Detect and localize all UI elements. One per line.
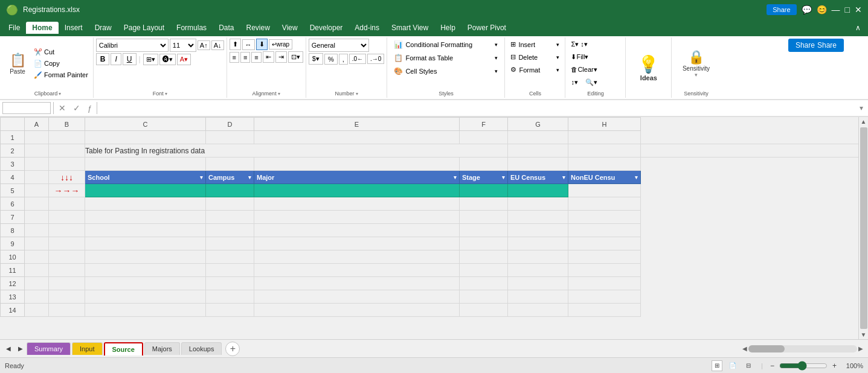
cell-styles-btn[interactable]: 🎨 Cell Styles ▾	[391, 65, 501, 77]
col-header-f[interactable]: F	[460, 118, 508, 131]
font-size-select[interactable]: 11	[170, 39, 196, 52]
wrap-text-btn[interactable]: ↵wrap	[269, 39, 293, 49]
italic-button[interactable]: I	[111, 53, 121, 65]
row-num[interactable]: 7	[1, 211, 25, 224]
row-num[interactable]: 11	[1, 264, 25, 277]
cell-e1[interactable]	[254, 131, 460, 144]
increase-decimal-btn[interactable]: .→0	[367, 54, 384, 64]
add-sheet-button[interactable]: +	[225, 342, 240, 356]
row-num[interactable]: 12	[1, 277, 25, 290]
cut-button[interactable]: ✂️ Cut	[31, 47, 91, 57]
maximize-icon[interactable]: □	[845, 5, 850, 14]
decrease-font-btn[interactable]: A↓	[211, 40, 224, 50]
cell-h1[interactable]	[568, 131, 641, 144]
formula-confirm-btn[interactable]: ✓	[71, 103, 83, 113]
menu-item-help[interactable]: Help	[434, 22, 461, 34]
cell-c1[interactable]	[85, 131, 206, 144]
zoom-slider[interactable]	[779, 361, 828, 371]
sheet-tab-input[interactable]: Input	[72, 342, 102, 355]
ribbon-collapse-btn[interactable]: ∧	[850, 22, 866, 34]
row-num[interactable]: 8	[1, 224, 25, 237]
formula-cancel-btn[interactable]: ✕	[56, 103, 68, 113]
cell-c3[interactable]	[85, 158, 206, 171]
formula-fn-btn[interactable]: ƒ	[85, 104, 94, 113]
decrease-indent-btn[interactable]: ⇤	[263, 51, 274, 63]
row-num[interactable]: 3	[1, 158, 25, 171]
cell-c2[interactable]: Table for Pasting In registrations data	[85, 144, 508, 158]
cell-e5-data[interactable]	[254, 184, 460, 197]
sheet-tab-lookups[interactable]: Lookups	[181, 342, 222, 355]
cell-d5-data[interactable]	[206, 184, 254, 197]
close-icon[interactable]: ✕	[855, 5, 862, 14]
col-header-a[interactable]: A	[25, 118, 49, 131]
cell-f2[interactable]	[508, 144, 568, 158]
cell-a1[interactable]	[25, 131, 49, 144]
align-right-btn[interactable]: ≡	[251, 52, 261, 63]
row-num[interactable]: 4	[1, 171, 25, 184]
menu-item-view[interactable]: View	[276, 22, 304, 34]
col-header-c[interactable]: C	[85, 118, 206, 131]
page-break-view-btn[interactable]: ⊟	[743, 360, 754, 371]
cell-reference-input[interactable]: E17	[2, 102, 51, 114]
align-top-btn[interactable]: ⬆	[230, 39, 241, 50]
cell-b5[interactable]: →→→	[49, 184, 85, 197]
cell-b4[interactable]: ↓↓↓	[49, 171, 85, 184]
menu-item-draw[interactable]: Draw	[89, 22, 118, 34]
row-num[interactable]: 6	[1, 197, 25, 211]
row-num[interactable]: 14	[1, 304, 25, 317]
col-header-g[interactable]: G	[508, 118, 568, 131]
minimize-icon[interactable]: —	[832, 5, 840, 14]
menu-item-smartview[interactable]: Smart View	[385, 22, 434, 34]
cell-f5-data[interactable]	[460, 184, 508, 197]
share-button[interactable]: Share	[767, 4, 796, 15]
increase-indent-btn[interactable]: ⇥	[275, 51, 287, 63]
menu-item-powerpivot[interactable]: Power Pivot	[461, 22, 512, 34]
format-painter-button[interactable]: 🖌️ Format Painter	[31, 70, 91, 80]
cell-d3[interactable]	[206, 158, 254, 171]
zoom-out-btn[interactable]: −	[770, 362, 774, 370]
formula-expand-btn[interactable]: ▾	[857, 104, 866, 112]
cell-f1[interactable]	[460, 131, 508, 144]
cell-g2[interactable]	[568, 144, 641, 158]
cell-f3[interactable]	[460, 158, 508, 171]
font-color-button[interactable]: A▾	[177, 54, 191, 65]
autosum-btn[interactable]: Σ▾ ↕▾	[568, 39, 623, 50]
font-name-select[interactable]: Calibri	[96, 39, 169, 52]
cell-e4-header[interactable]: Major ▾	[254, 171, 460, 184]
comma-btn[interactable]: ,	[339, 54, 348, 65]
cell-a6[interactable]	[25, 197, 49, 211]
cell-c4-header[interactable]: School ▾	[85, 171, 206, 184]
cell-a5[interactable]	[25, 184, 49, 197]
vertical-scrollbar[interactable]: ▲ ▼	[858, 117, 868, 339]
cell-b1[interactable]	[49, 131, 85, 144]
align-middle-btn[interactable]: ↔	[242, 39, 255, 50]
cell-c5-data[interactable]	[85, 184, 206, 197]
cell-g3[interactable]	[508, 158, 568, 171]
merge-cells-btn[interactable]: ⊡▾	[288, 51, 303, 63]
paste-button[interactable]: 📋 Paste	[5, 51, 30, 77]
clear-btn[interactable]: 🗑Clear▾	[568, 64, 623, 75]
comment-icon[interactable]: 💬	[802, 5, 812, 14]
bold-button[interactable]: B	[96, 53, 110, 65]
col-header-h[interactable]: H	[568, 118, 641, 131]
col-header-e[interactable]: E	[254, 118, 460, 131]
menu-item-formulas[interactable]: Formulas	[170, 22, 213, 34]
menu-item-home[interactable]: Home	[26, 22, 58, 34]
cell-f4-header[interactable]: Stage ▾	[460, 171, 508, 184]
menu-item-pagelayout[interactable]: Page Layout	[118, 22, 170, 34]
menu-item-file[interactable]: File	[2, 22, 26, 34]
col-header-b[interactable]: B	[49, 118, 85, 131]
cell-b2[interactable]	[49, 144, 85, 158]
currency-btn[interactable]: $▾	[309, 53, 323, 65]
col-header-d[interactable]: D	[206, 118, 254, 131]
zoom-in-btn[interactable]: +	[832, 362, 837, 370]
borders-button[interactable]: ⊞▾	[143, 54, 158, 65]
align-left-btn[interactable]: ≡	[230, 52, 239, 63]
h-scroll-right[interactable]: ▶	[858, 345, 863, 352]
cell-d1[interactable]	[206, 131, 254, 144]
sheet-nav-prev[interactable]: ◀	[2, 343, 14, 355]
fill-color-button[interactable]: 🅐▾	[159, 54, 176, 65]
share-ribbon-button[interactable]: Share Share	[788, 39, 844, 52]
cell-d4-header[interactable]: Campus ▾	[206, 171, 254, 184]
cell-h2[interactable]	[641, 144, 868, 158]
